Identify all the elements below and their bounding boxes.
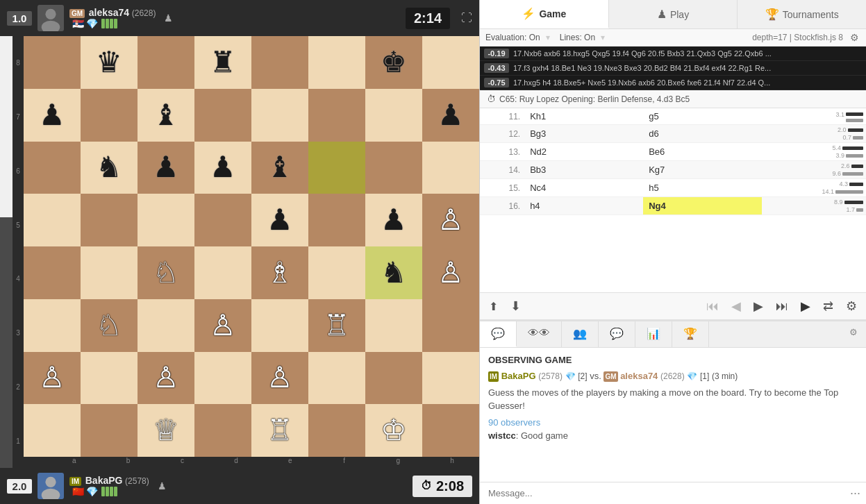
square-g2[interactable] (365, 352, 422, 405)
square-e4[interactable]: ♗ (251, 246, 308, 299)
square-d6[interactable]: ♟ (194, 142, 251, 194)
move-black-16[interactable]: Ng4 (643, 197, 762, 215)
square-e6[interactable]: ♝ (251, 142, 308, 194)
square-e2[interactable]: ♙ (251, 352, 308, 405)
square-b4[interactable] (81, 246, 138, 299)
square-a6[interactable] (24, 142, 81, 194)
chess-board[interactable]: ♛ ♜ ♚ ♟ ♝ ♟ ♞ ♟ ♟ ♝ (24, 36, 479, 457)
square-h3[interactable] (422, 299, 479, 352)
square-a5[interactable] (24, 194, 81, 246)
chat-tab-stats[interactable]: 📊 (635, 321, 672, 347)
move-black-15[interactable]: h5 (643, 179, 762, 197)
square-c8[interactable] (138, 36, 194, 89)
square-b2[interactable] (81, 352, 138, 405)
chat-tab-trophy[interactable]: 🏆 (672, 321, 709, 347)
square-h7[interactable]: ♟ (422, 89, 479, 142)
prev-move-button[interactable]: ◀ (728, 297, 744, 315)
move-black-11[interactable]: g5 (643, 108, 762, 125)
square-f6[interactable] (308, 142, 365, 194)
square-c5[interactable] (138, 194, 194, 246)
first-move-button[interactable]: ⏮ (703, 298, 722, 315)
eval-line-1[interactable]: -0.43 17.f3 gxh4 18.Be1 Ne3 19.Nxe3 Bxe3… (480, 61, 866, 76)
last-move-button[interactable]: ⏭ (772, 298, 792, 315)
fullscreen-button[interactable]: ⛶ (461, 12, 472, 24)
move-white-15[interactable]: Nc4 (524, 179, 643, 197)
move-white-16[interactable]: h4 (524, 197, 643, 215)
square-g8[interactable]: ♚ (365, 36, 422, 89)
square-d5[interactable] (194, 194, 251, 246)
auto-play-button[interactable]: ▶ (797, 297, 814, 315)
tab-play[interactable]: ♟ Play (609, 0, 738, 28)
square-f2[interactable] (308, 352, 365, 405)
square-f3[interactable]: ♖ (308, 299, 365, 352)
chat-more-button[interactable]: ··· (850, 486, 860, 501)
move-white-14[interactable]: Bb3 (524, 161, 643, 179)
square-c3[interactable] (138, 299, 194, 352)
square-h2[interactable] (422, 352, 479, 405)
square-g1[interactable]: ♔ (365, 404, 422, 457)
square-h4[interactable]: ♙ (422, 246, 479, 299)
square-c7[interactable]: ♝ (138, 89, 194, 142)
square-b6[interactable]: ♞ (81, 142, 138, 194)
square-e8[interactable] (251, 36, 308, 89)
square-c1[interactable]: ♕ (138, 404, 194, 457)
square-e5[interactable]: ♟ (251, 194, 308, 246)
square-a7[interactable]: ♟ (24, 89, 81, 142)
analysis-settings-button[interactable]: ⚙ (849, 32, 860, 43)
board-settings-button[interactable]: ⚙ (842, 297, 860, 315)
tab-tournaments[interactable]: 🏆 Tournaments (738, 0, 866, 28)
square-d2[interactable] (194, 352, 251, 405)
square-a2[interactable]: ♙ (24, 352, 81, 405)
chat-settings-button[interactable]: ⚙ (841, 321, 866, 347)
square-c2[interactable]: ♙ (138, 352, 194, 405)
square-a8[interactable] (24, 36, 81, 89)
square-b8[interactable]: ♛ (81, 36, 138, 89)
download-button[interactable]: ⬇ (507, 297, 524, 315)
square-d3[interactable]: ♙ (194, 299, 251, 352)
square-b1[interactable] (81, 404, 138, 457)
square-d1[interactable] (194, 404, 251, 457)
chat-tab-spectators[interactable]: 👁👁 (517, 321, 562, 347)
eval-line-0[interactable]: -0.19 17.Nxb6 axb6 18.hxg5 Qxg5 19.f4 Qg… (480, 47, 866, 61)
flip-board-button[interactable]: ⇄ (819, 297, 837, 315)
square-c4[interactable]: ♘ (138, 246, 194, 299)
move-white-11[interactable]: Kh1 (524, 108, 643, 125)
square-b7[interactable] (81, 89, 138, 142)
p2-name-link[interactable]: aleksa74 (620, 371, 658, 381)
square-e1[interactable]: ♖ (251, 404, 308, 457)
square-b3[interactable]: ♘ (81, 299, 138, 352)
square-d7[interactable] (194, 89, 251, 142)
share-button[interactable]: ⬆ (485, 299, 501, 314)
square-a1[interactable] (24, 404, 81, 457)
moves-container[interactable]: 11.Kh1g5 3.1 12.Bg3d6 2.0 0.7 13.Nd2Be6 (480, 108, 866, 292)
chat-tab-notes[interactable]: 💬 (599, 321, 635, 347)
square-c6[interactable]: ♟ (138, 142, 194, 194)
move-black-13[interactable]: Be6 (643, 143, 762, 161)
eval-line-2[interactable]: -0.75 17.hxg5 h4 18.Bxe5+ Nxe5 19.Nxb6 a… (480, 76, 866, 90)
move-black-12[interactable]: d6 (643, 125, 762, 143)
move-black-14[interactable]: Kg7 (643, 161, 762, 179)
square-b5[interactable] (81, 194, 138, 246)
move-white-12[interactable]: Bg3 (524, 125, 643, 143)
square-a3[interactable] (24, 299, 81, 352)
square-e3[interactable] (251, 299, 308, 352)
square-g3[interactable] (365, 299, 422, 352)
square-h8[interactable] (422, 36, 479, 89)
chat-tab-friends[interactable]: 👥 (562, 321, 599, 347)
observers-count[interactable]: 90 observers (488, 417, 858, 428)
chat-input[interactable] (485, 485, 847, 501)
square-f7[interactable] (308, 89, 365, 142)
tab-game[interactable]: ⚡ Game (480, 0, 609, 28)
square-d8[interactable]: ♜ (194, 36, 251, 89)
square-a4[interactable] (24, 246, 81, 299)
square-f1[interactable] (308, 404, 365, 457)
move-white-13[interactable]: Nd2 (524, 143, 643, 161)
square-f4[interactable] (308, 246, 365, 299)
chat-tab-chat[interactable]: 💬 (480, 321, 517, 347)
square-g4[interactable]: ♞ (365, 246, 422, 299)
square-g6[interactable] (365, 142, 422, 194)
square-d4[interactable] (194, 246, 251, 299)
evaluation-toggle[interactable]: Evaluation: On (485, 33, 540, 42)
square-f8[interactable] (308, 36, 365, 89)
lines-toggle[interactable]: Lines: On (560, 33, 595, 42)
